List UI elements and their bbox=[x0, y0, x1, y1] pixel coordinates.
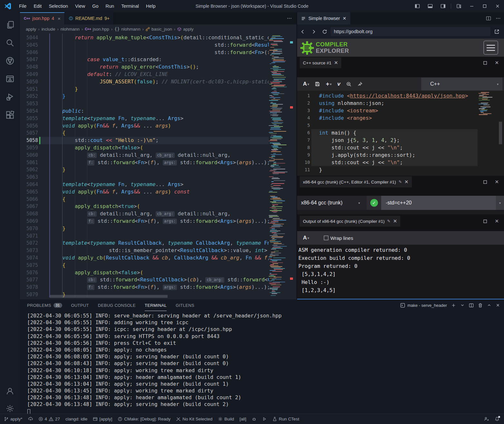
hamburger-menu-icon[interactable] bbox=[483, 41, 498, 55]
status-publish[interactable] bbox=[28, 417, 33, 421]
code-editor[interactable]: 5044 return apply_make_tuple<ConstThis>(… bbox=[20, 33, 296, 299]
menu-go[interactable]: Go bbox=[89, 0, 102, 12]
menu-terminal[interactable]: Terminal bbox=[118, 0, 142, 12]
activity-test-window-icon[interactable] bbox=[0, 71, 20, 87]
horizontal-scrollbar[interactable] bbox=[50, 295, 168, 298]
menu-help[interactable]: Help bbox=[142, 0, 159, 12]
maximize-pane-icon[interactable] bbox=[483, 219, 488, 224]
menu-edit[interactable]: Edit bbox=[30, 0, 45, 12]
language-select[interactable]: C++ ▾ bbox=[421, 78, 502, 90]
status-bell[interactable] bbox=[495, 417, 499, 421]
rename-icon[interactable]: ✎ bbox=[399, 180, 402, 184]
compiler-select[interactable]: x86-64 gcc (trunk) bbox=[297, 200, 343, 206]
status-clangd-idle[interactable]: clangd: idle bbox=[65, 417, 87, 421]
maximize-pane-icon[interactable] bbox=[483, 61, 488, 65]
vim-mode-icon[interactable]: v bbox=[337, 81, 340, 87]
add-pane-button[interactable]: +▾ bbox=[326, 81, 332, 88]
menu-view[interactable]: View bbox=[72, 0, 89, 12]
status-all[interactable]: [all] bbox=[239, 417, 246, 421]
activity-extensions-icon[interactable] bbox=[0, 107, 20, 123]
terminal-picker[interactable]: make - serve_header bbox=[400, 303, 447, 308]
godbolt-scrollbar[interactable] bbox=[499, 122, 502, 144]
panel-tab-problems[interactable]: PROBLEMS31 bbox=[27, 299, 62, 311]
close-pane-icon[interactable]: ✕ bbox=[495, 218, 499, 224]
source-pane-tab[interactable]: C++ source #1 ✕ bbox=[300, 57, 341, 68]
layout-sidebar-right-icon[interactable] bbox=[437, 0, 450, 12]
menu-file[interactable]: File bbox=[15, 0, 30, 12]
breadcrumb-item-include[interactable]: include bbox=[42, 27, 55, 32]
breadcrumb-item-basic_json[interactable]: basic_json bbox=[146, 27, 172, 32]
open-external-icon[interactable] bbox=[491, 29, 502, 34]
new-terminal-icon[interactable] bbox=[451, 303, 456, 308]
editor-actions[interactable] bbox=[287, 12, 292, 24]
save-icon[interactable] bbox=[315, 81, 320, 87]
minimize-icon[interactable] bbox=[465, 0, 478, 12]
url-input[interactable]: https://godbolt.org bbox=[331, 27, 490, 36]
activity-run-debug-icon[interactable] bbox=[0, 89, 20, 105]
minimap[interactable] bbox=[268, 33, 288, 299]
chevron-down-icon[interactable] bbox=[460, 303, 465, 307]
breadcrumb-item-apply[interactable]: apply bbox=[177, 27, 193, 32]
font-size-button[interactable]: A▾ bbox=[303, 235, 309, 241]
panel-tab-gitlens[interactable]: GITLENS bbox=[176, 299, 194, 311]
tab-readme.md[interactable]: README.md9+ bbox=[65, 12, 114, 24]
font-size-button[interactable]: A▾ bbox=[303, 81, 309, 87]
tab-json.hpp[interactable]: C++json.hpp4× bbox=[20, 12, 65, 24]
more-actions-icon[interactable] bbox=[496, 16, 501, 21]
close-icon[interactable]: ✕ bbox=[393, 218, 397, 224]
status-apply[interactable]: apply* bbox=[4, 417, 23, 421]
breadcrumb-item-nlohmann[interactable]: nlohmann bbox=[61, 27, 80, 32]
close-icon[interactable]: ✕ bbox=[404, 179, 409, 185]
split-terminal-icon[interactable] bbox=[469, 303, 474, 308]
reload-icon[interactable] bbox=[319, 29, 330, 34]
output-pane-tab[interactable]: Output of x86-64 gcc (trunk) (Compiler #… bbox=[300, 216, 400, 227]
close-icon[interactable]: ✕ bbox=[334, 60, 338, 66]
breadcrumb-item-apply[interactable]: apply bbox=[26, 27, 36, 32]
rename-icon[interactable]: ✎ bbox=[387, 219, 391, 223]
activity-source-control-icon[interactable] bbox=[0, 53, 20, 69]
close-icon[interactable]: ✕ bbox=[343, 16, 346, 21]
status-bug[interactable] bbox=[252, 417, 257, 421]
menu-run[interactable]: Run bbox=[102, 0, 118, 12]
layout-panel-icon[interactable] bbox=[424, 0, 437, 12]
customize-layout-icon[interactable] bbox=[452, 0, 465, 12]
compiler-pane-tab[interactable]: x86-64 gcc (trunk) (C++, Editor #1, Comp… bbox=[300, 176, 412, 187]
status-apply[interactable]: [apply] bbox=[93, 417, 112, 421]
status-4[interactable]: 427 bbox=[38, 417, 60, 421]
kill-terminal-icon[interactable] bbox=[478, 303, 483, 308]
args-dropdown-icon[interactable]: ▾ bbox=[496, 196, 504, 210]
close-pane-icon[interactable]: ✕ bbox=[495, 60, 499, 66]
close-panel-icon[interactable] bbox=[496, 303, 500, 307]
maximize-panel-icon[interactable] bbox=[487, 303, 491, 307]
panel-tab-debug-console[interactable]: DEBUG CONSOLE bbox=[98, 299, 136, 311]
panel-tab-output[interactable]: OUTPUT bbox=[71, 299, 89, 311]
status-run-ctest[interactable]: Run CTest bbox=[272, 417, 299, 421]
tab-simple-browser[interactable]: Simple Browser ✕ bbox=[297, 12, 350, 24]
panel-tab-terminal[interactable]: TERMINAL bbox=[145, 299, 167, 311]
layout-sidebar-left-icon[interactable] bbox=[411, 0, 424, 12]
maximize-icon[interactable] bbox=[478, 0, 491, 12]
activity-account-icon[interactable] bbox=[0, 383, 20, 399]
status-build[interactable]: Build bbox=[218, 417, 234, 421]
breadcrumb-item-nlohmann[interactable]: {}nlohmann bbox=[114, 26, 141, 32]
overview-ruler[interactable] bbox=[288, 33, 296, 299]
breadcrumb-item-jsonhpp[interactable]: C++json.hpp bbox=[85, 27, 109, 32]
back-icon[interactable] bbox=[297, 29, 308, 34]
activity-files-icon[interactable] bbox=[0, 17, 20, 33]
status-cmake-debug-ready[interactable]: CMake: [Debug]: Ready bbox=[118, 417, 170, 421]
wrap-lines-checkbox[interactable] bbox=[324, 236, 328, 240]
compiler-args-input[interactable]: -std=c++20 bbox=[381, 196, 496, 210]
forward-icon[interactable] bbox=[308, 29, 319, 34]
status-no-kit-selected[interactable]: No Kit Selected bbox=[176, 417, 212, 421]
close-pane-icon[interactable]: ✕ bbox=[495, 179, 499, 185]
close-window-icon[interactable] bbox=[491, 0, 504, 12]
status-play[interactable] bbox=[262, 417, 267, 421]
status-feedback[interactable] bbox=[484, 417, 489, 421]
activity-search-icon[interactable] bbox=[0, 35, 20, 51]
terminal-output[interactable]: [2022-04-30 06:05:55] INFO: serve_header… bbox=[20, 312, 504, 414]
maximize-pane-icon[interactable] bbox=[483, 180, 488, 184]
split-editor-icon[interactable] bbox=[486, 16, 491, 21]
cursor-jump-icon[interactable] bbox=[357, 81, 363, 87]
menu-selection[interactable]: Selection bbox=[45, 0, 72, 12]
godbolt-source-editor[interactable]: 1#include <https://localhost:8443/apply/… bbox=[297, 91, 504, 176]
